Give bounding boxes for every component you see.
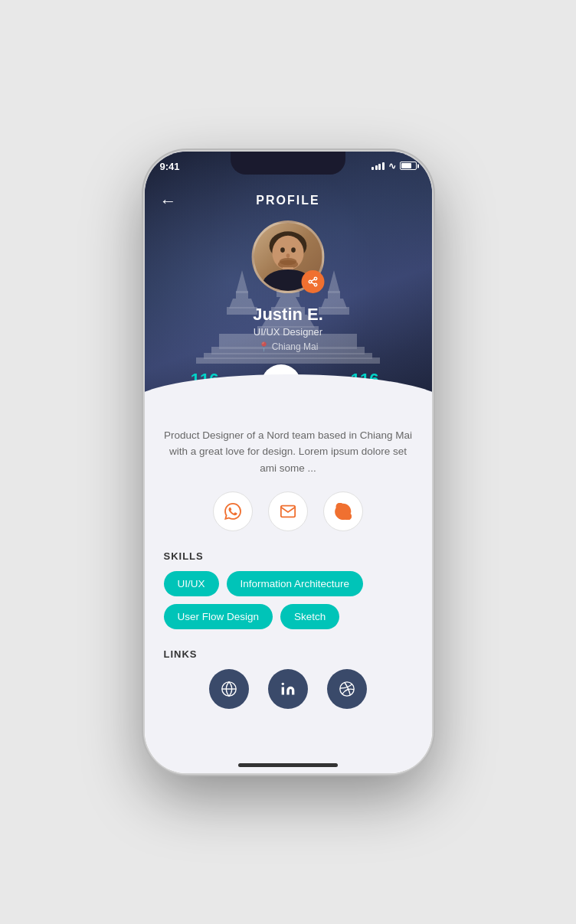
links-container xyxy=(164,669,413,709)
signal-icon xyxy=(371,162,385,170)
home-indicator xyxy=(238,763,338,767)
whatsapp-button[interactable] xyxy=(213,491,253,531)
page-title: PROFILE xyxy=(256,194,319,207)
status-icons: ∿ xyxy=(371,161,417,171)
location-pin-icon: 📍 xyxy=(258,341,270,352)
svg-point-29 xyxy=(314,283,317,286)
website-link-button[interactable] xyxy=(209,669,249,709)
phone-notch xyxy=(231,152,345,175)
svg-marker-10 xyxy=(328,270,340,293)
skill-tag-ia[interactable]: Information Architecture xyxy=(227,571,364,596)
back-button[interactable]: ← xyxy=(160,191,177,211)
svg-rect-34 xyxy=(282,687,284,695)
profile-role: UI/UX Designer xyxy=(254,326,322,338)
svg-rect-11 xyxy=(328,291,340,299)
skype-button[interactable] xyxy=(323,491,363,531)
contact-icons-row xyxy=(164,491,413,531)
links-section-label: LINKS xyxy=(164,648,413,660)
skill-tag-uiux[interactable]: UI/UX xyxy=(164,571,219,596)
svg-point-35 xyxy=(282,683,284,685)
phone-device: 9:41 ∿ xyxy=(145,152,432,773)
battery-icon xyxy=(400,162,417,170)
svg-rect-17 xyxy=(196,358,380,364)
bio-text: Product Designer of a Nord team based in… xyxy=(164,427,413,477)
svg-marker-6 xyxy=(236,270,248,293)
avatar-container xyxy=(252,220,325,293)
profile-header: ← PROFILE xyxy=(145,152,432,412)
linkedin-link-button[interactable] xyxy=(268,669,308,709)
phone-screen: 9:41 ∿ xyxy=(145,152,432,773)
profile-name: Justin E. xyxy=(253,305,323,325)
svg-point-22 xyxy=(286,253,290,258)
skill-tag-ufd[interactable]: User Flow Design xyxy=(164,604,273,629)
skills-container: UI/UX Information Architecture User Flow… xyxy=(164,571,413,629)
svg-point-27 xyxy=(314,277,317,280)
svg-line-31 xyxy=(312,279,315,280)
skill-tag-sketch[interactable]: Sketch xyxy=(280,604,339,629)
svg-rect-13 xyxy=(319,307,349,315)
svg-rect-7 xyxy=(236,291,248,299)
svg-point-21 xyxy=(291,247,296,253)
email-button[interactable] xyxy=(268,491,308,531)
wifi-icon: ∿ xyxy=(388,161,396,171)
svg-line-30 xyxy=(312,282,315,283)
skills-section-label: SKILLS xyxy=(164,550,413,562)
profile-location: 📍 Chiang Mai xyxy=(258,341,319,352)
svg-point-20 xyxy=(280,247,285,253)
content-area: Product Designer of a Nord team based in… xyxy=(145,412,432,733)
share-button[interactable] xyxy=(302,270,325,293)
dribbble-link-button[interactable] xyxy=(327,669,367,709)
svg-point-28 xyxy=(309,280,312,283)
